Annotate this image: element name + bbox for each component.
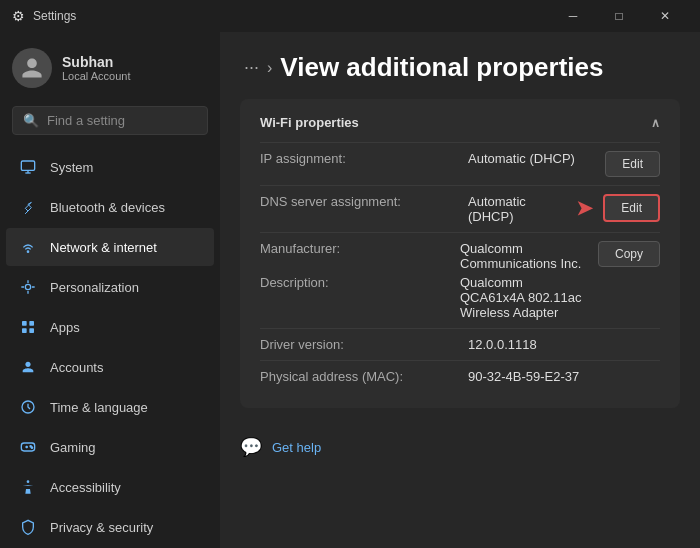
page-title: View additional properties (280, 52, 603, 83)
help-icon: 💬 (240, 436, 262, 458)
nav-network[interactable]: Network & internet (6, 228, 214, 266)
privacy-label: Privacy & security (50, 520, 153, 535)
user-info: Subhan Local Account (62, 54, 131, 82)
network-label: Network & internet (50, 240, 157, 255)
titlebar-controls: ─ □ ✕ (550, 0, 688, 32)
properties-card: Wi-Fi properties ∧ IP assignment: Automa… (240, 99, 680, 408)
prop-row-dns: DNS server assignment: Automatic (DHCP) … (260, 185, 660, 232)
user-account: Local Account (62, 70, 131, 82)
svg-rect-8 (29, 328, 34, 333)
nav-gaming[interactable]: Gaming (6, 428, 214, 466)
prop-row-mac: Physical address (MAC): 90-32-4B-59-E2-3… (260, 360, 660, 392)
collapse-icon[interactable]: ∧ (651, 116, 660, 130)
prop-label-dns: DNS server assignment: (260, 194, 460, 209)
content-header: ··· › View additional properties (220, 32, 700, 99)
nav-time[interactable]: Time & language (6, 388, 214, 426)
get-help[interactable]: 💬 Get help (220, 424, 700, 470)
system-icon (18, 157, 38, 177)
copy-button[interactable]: Copy (598, 241, 660, 267)
svg-rect-7 (22, 328, 27, 333)
nav-privacy[interactable]: Privacy & security (6, 508, 214, 546)
prop-value-description: Qualcomm QCA61x4A 802.11ac Wireless Adap… (460, 275, 590, 320)
prop-label-mac: Physical address (MAC): (260, 369, 460, 384)
svg-point-4 (25, 284, 30, 289)
dns-arrow-indicator: ➤ (576, 196, 593, 220)
personalization-label: Personalization (50, 280, 139, 295)
prop-value-mac: 90-32-4B-59-E2-37 (468, 369, 660, 384)
content-area: ··· › View additional properties Wi-Fi p… (220, 32, 700, 548)
breadcrumb-arrow: › (267, 59, 272, 77)
prop-value-driver: 12.0.0.1118 (468, 337, 660, 352)
prop-label-description: Description: (260, 275, 460, 320)
prop-label-ip: IP assignment: (260, 151, 460, 166)
nav-accounts[interactable]: Accounts (6, 348, 214, 386)
close-button[interactable]: ✕ (642, 0, 688, 32)
prop-label-manufacturer: Manufacturer: (260, 241, 460, 271)
system-label: System (50, 160, 93, 175)
gaming-label: Gaming (50, 440, 96, 455)
prop-row-manufacturer: Manufacturer: Qualcomm Communications In… (260, 232, 660, 328)
svg-rect-6 (29, 321, 34, 326)
card-title: Wi-Fi properties ∧ (260, 115, 660, 130)
user-name: Subhan (62, 54, 131, 70)
svg-point-3 (27, 251, 28, 252)
search-icon: 🔍 (23, 113, 39, 128)
prop-action-ip: Edit (605, 151, 660, 177)
titlebar-left: ⚙ Settings (12, 8, 76, 24)
prop-label-driver: Driver version: (260, 337, 460, 352)
user-profile[interactable]: Subhan Local Account (0, 32, 220, 100)
titlebar-title: Settings (33, 9, 76, 23)
search-input[interactable] (47, 113, 215, 128)
get-help-label: Get help (272, 440, 321, 455)
svg-point-13 (27, 480, 30, 483)
privacy-icon (18, 517, 38, 537)
bluetooth-label: Bluetooth & devices (50, 200, 165, 215)
nav-bluetooth[interactable]: Bluetooth & devices (6, 188, 214, 226)
sidebar: Subhan Local Account 🔍 System Bluetooth … (0, 32, 220, 548)
breadcrumb-dots[interactable]: ··· (244, 57, 259, 78)
prop-value-ip: Automatic (DHCP) (468, 151, 597, 166)
card-title-text: Wi-Fi properties (260, 115, 359, 130)
titlebar: ⚙ Settings ─ □ ✕ (0, 0, 700, 32)
search-box[interactable]: 🔍 (12, 106, 208, 135)
settings-icon: ⚙ (12, 8, 25, 24)
nav-apps[interactable]: Apps (6, 308, 214, 346)
edit-ip-button[interactable]: Edit (605, 151, 660, 177)
prop-value-manufacturer: Qualcomm Communications Inc. (460, 241, 590, 271)
gaming-icon (18, 437, 38, 457)
time-icon (18, 397, 38, 417)
prop-row-ip: IP assignment: Automatic (DHCP) Edit (260, 142, 660, 185)
prop-action-copy: Copy (598, 241, 660, 267)
svg-rect-5 (22, 321, 27, 326)
search-container: 🔍 (0, 100, 220, 147)
bluetooth-icon (18, 197, 38, 217)
edit-dns-button[interactable]: Edit (603, 194, 660, 222)
accounts-label: Accounts (50, 360, 103, 375)
network-icon (18, 237, 38, 257)
time-label: Time & language (50, 400, 148, 415)
avatar (12, 48, 52, 88)
prop-action-dns: ➤ Edit (576, 194, 660, 222)
nav-personalization[interactable]: Personalization (6, 268, 214, 306)
nav-system[interactable]: System (6, 148, 214, 186)
accessibility-icon (18, 477, 38, 497)
main-container: Subhan Local Account 🔍 System Bluetooth … (0, 32, 700, 548)
accessibility-label: Accessibility (50, 480, 121, 495)
accounts-icon (18, 357, 38, 377)
apps-icon (18, 317, 38, 337)
svg-point-12 (31, 447, 32, 448)
prop-value-dns: Automatic (DHCP) (468, 194, 568, 224)
prop-row-driver: Driver version: 12.0.0.1118 (260, 328, 660, 360)
minimize-button[interactable]: ─ (550, 0, 596, 32)
apps-label: Apps (50, 320, 80, 335)
nav-accessibility[interactable]: Accessibility (6, 468, 214, 506)
svg-rect-0 (21, 161, 34, 170)
personalization-icon (18, 277, 38, 297)
maximize-button[interactable]: □ (596, 0, 642, 32)
